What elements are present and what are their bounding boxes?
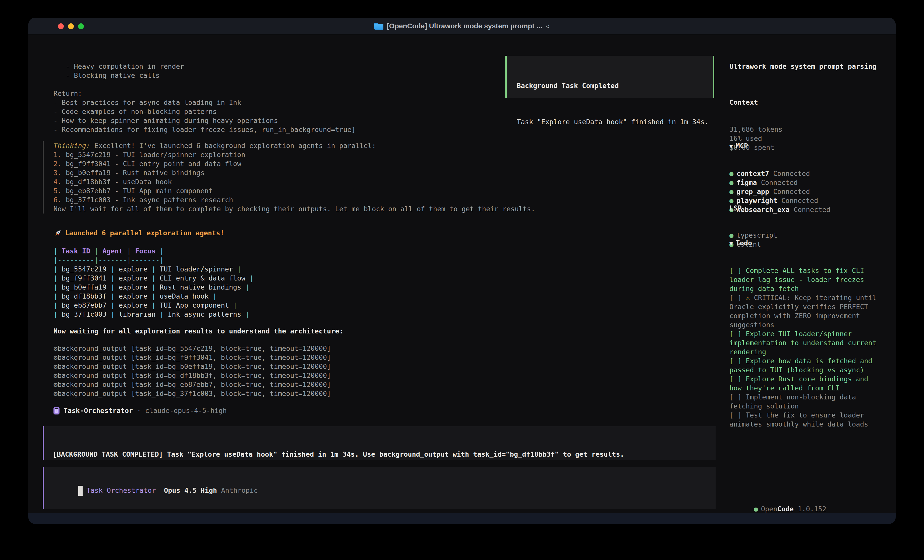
pipe: | [54,247,57,255]
todo-item[interactable]: [ ] Implement non-blocking data fetching… [729,393,883,411]
minimize-window-button[interactable] [68,23,74,29]
todo-checkbox: [ ] [729,411,746,419]
table-cell: Rust native bindings [155,283,245,291]
pipe: | [152,292,155,300]
pipe: | [152,283,155,291]
todo-header[interactable]: ▼Todo [729,239,883,248]
mcp-server-status: Connected [769,169,810,177]
pipe: | [245,310,249,318]
text: bg_b0effa19 - Rust native bindings [66,169,205,177]
gear-icon: ⚙ [54,362,57,370]
todo-item[interactable]: [ ] ⚠ CRITICAL: Keep iterating until Ora… [729,293,883,329]
thinking-list-item: 3. bg_b0effa19 - Rust native bindings [54,168,535,177]
pipe: | [160,310,164,318]
text: bg_eb87ebb7 - TUI App main component [66,187,213,195]
list-number: 1. [54,151,66,159]
pipe: | [233,301,237,309]
tool-call-text: background_output [task_id=bg_f9ff3041, … [57,353,331,361]
table-row: | bg_5547c219 | explore | TUI loader/spi… [54,265,254,274]
todo-item[interactable]: [ ] Complete ALL tasks to fix CLI loader… [729,266,883,293]
collapse-triangle-icon[interactable]: ▼ [729,143,733,150]
table-cell: explore [115,265,152,273]
pipe: | [54,265,57,273]
thinking-list-item: 4. bg_df18bb3f - useData hook [54,177,535,186]
pipe: | [111,274,115,282]
table-cell: librarian [115,310,160,318]
warning-icon: ⚠ [746,294,754,302]
table-cell: explore [115,301,152,309]
table-cell: Agent [98,247,127,255]
todo-text: Complete ALL tasks to fix CLI loader lag… [729,267,868,292]
prompt-input[interactable]: Task-Orchestrator Opus 4.5 High Anthropi… [43,467,716,509]
pipe: | [111,283,115,291]
table-cell: Task ID [57,247,94,255]
thinking-list-item: 6. bg_37f1c003 - Ink async patterns rese… [54,195,535,205]
pipe: | [94,247,98,255]
input-agent-name[interactable]: Task-Orchestrator [86,487,156,494]
agent-model: · claude-opus-4-5-high [137,406,227,415]
list-number: 3. [54,169,66,177]
todo-item[interactable]: [ ] Explore TUI loader/spinner implement… [729,329,883,356]
table-cell: bg_f9ff3041 [57,274,111,282]
thinking-label: Thinking: [54,142,90,150]
table-header-row: | Task ID | Agent | Focus | [54,247,254,256]
tool-call-text: background_output [task_id=bg_eb87ebb7, … [57,380,331,388]
pipe: | [54,292,57,300]
tool-call-line: ⚙background_output [task_id=bg_eb87ebb7,… [54,380,331,389]
collapse-triangle-icon[interactable]: ▼ [729,240,733,247]
input-model-name[interactable]: Opus 4.5 High [164,487,217,494]
status-dot-icon: ● [754,505,758,513]
launch-message-text: Launched 6 parallel exploration agents! [65,229,224,238]
window-title-text: [OpenCode] Ultrawork mode system prompt … [387,22,542,30]
context-header: Context [729,98,782,107]
todo-list: [ ] Complete ALL tasks to fix CLI loader… [729,266,883,429]
terminal-window: [OpenCode] Ultrawork mode system prompt … [28,18,896,524]
todo-item[interactable]: [ ] Test the fix to ensure loader animat… [729,411,883,429]
text: bg_df18bb3f - useData hook [66,178,172,186]
text: bg_37f1c003 - Ink async patterns researc… [66,196,233,204]
agent-name: Task-Orchestrator [63,406,133,415]
pipe: | [152,265,155,273]
input-provider-name: Anthropic [221,487,258,494]
table-cell: explore [115,283,152,291]
todo-item[interactable]: [ ] Explore Rust core bindings and how t… [729,374,883,393]
lsp-header: LSP [729,204,777,213]
pipe: | [152,301,155,309]
tool-call-text: background_output [task_id=bg_df18bb3f, … [57,371,331,379]
zoom-window-button[interactable] [78,23,84,29]
table-row: | bg_f9ff3041 | explore | CLI entry & da… [54,274,254,283]
pipe: | [54,274,57,282]
pipe: | [213,292,217,300]
gear-icon: ⚙ [54,380,57,388]
text: | [160,256,164,264]
input-agent-line[interactable]: Task-Orchestrator Opus 4.5 High Anthropi… [54,477,258,504]
text: | [94,256,98,264]
gear-icon: ⚙ [54,390,57,397]
tool-call-line: ⚙background_output [task_id=bg_df18bb3f,… [54,371,331,380]
table-cell: bg_df18bb3f [57,292,111,300]
pipe: | [111,292,115,300]
titlebar[interactable]: [OpenCode] Ultrawork mode system prompt … [28,18,896,35]
mcp-header[interactable]: ▼MCP [729,142,830,151]
list-number: 2. [54,160,66,168]
thinking-block: Thinking: Excellent! I've launched 6 bac… [43,141,535,214]
todo-text: Implement non-blocking data fetching sol… [729,393,860,410]
mcp-server-status: Connected [757,179,798,186]
table-cell: Focus [131,247,160,255]
text: ------- [98,256,127,264]
background-task-notification[interactable]: Background Task Completed Task "Explore … [505,56,714,98]
sidebar: Ultrawork mode system prompt parsing Con… [729,34,883,524]
window-bottom-strip [28,513,896,524]
tool-call-line: ⚙background_output [task_id=bg_5547c219,… [54,344,331,353]
pipe: | [54,283,57,291]
tool-call-line: ⚙background_output [task_id=bg_37f1c003,… [54,389,331,398]
pipe: | [249,274,254,282]
table-row: | bg_b0effa19 | explore | Rust native bi… [54,283,254,292]
close-window-button[interactable] [58,23,64,29]
text: Excellent! I've launched 6 background ex… [90,142,376,150]
table-cell: TUI loader/spinner [155,265,237,273]
waiting-line: Now waiting for all exploration results … [54,327,343,336]
window-controls [58,23,84,29]
todo-item[interactable]: [ ] Explore how data is fetched and pass… [729,356,883,374]
pipe: | [111,301,115,309]
